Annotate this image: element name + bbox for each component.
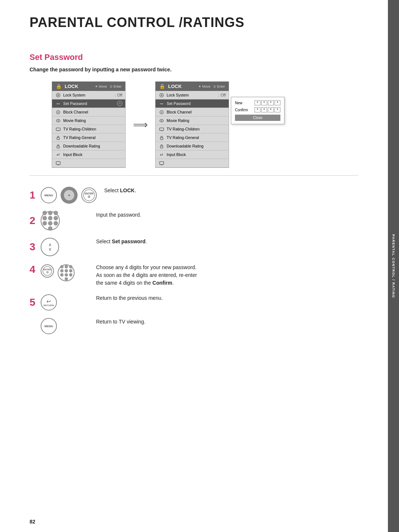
svg-point-19	[161, 120, 162, 121]
step-5-number: 5	[30, 297, 37, 308]
step-4-line2: As soon as the 4 digits are entered, re-…	[96, 271, 358, 279]
tv2-icon-left	[55, 160, 61, 166]
menu-row-movie-rating-r: Movie Rating	[156, 116, 229, 125]
nav-disc-step1[interactable]: ✦	[61, 187, 78, 204]
menu-row-tv-general: TV Rating-General	[52, 133, 125, 142]
new-star-2: *	[261, 100, 267, 105]
menu-row-downloadable: Downloadable Rating	[52, 142, 125, 150]
confirm-star-3: *	[268, 107, 274, 112]
eye2-icon-left	[55, 118, 61, 123]
numpad-dot-4	[42, 216, 47, 220]
confirm-label: Confirm	[235, 108, 252, 112]
step-1-text-suffix: .	[134, 187, 136, 193]
dash-icon-right	[158, 101, 164, 106]
step-4-line3: the same 4 digits on the Confirm.	[96, 279, 358, 287]
svg-rect-7	[56, 128, 60, 131]
numpad-dot-7	[42, 221, 47, 226]
return-label-text: RETURN	[44, 304, 54, 306]
new-star-3: *	[268, 100, 274, 105]
lock-system-value-r: : Off	[218, 93, 226, 97]
side-tab-label: PARENTAL CONTROL / RATING	[392, 234, 395, 298]
block-channel-label: Block Channel	[63, 110, 122, 114]
lock-system-label: Lock System	[63, 93, 113, 97]
main-content: PARENTAL CONTROL /RATINGS Set Password C…	[0, 0, 388, 364]
step-1-buttons: 1 MENU ✦ ENTER ⊙	[30, 187, 97, 204]
menu-row-tv-icon-r	[156, 159, 229, 167]
updown-button-step3[interactable]: ∧ ∨	[41, 238, 59, 256]
numpad-grid	[42, 211, 58, 231]
lock2-icon-right	[158, 135, 164, 140]
numpad-dot-9	[54, 221, 58, 226]
step-5-text: Return to the previous menu.	[96, 294, 358, 302]
close-button[interactable]: Close	[235, 115, 280, 121]
lock-menu-left-header: 🔒 LOCK ✦ Move ⊙ Enter	[52, 82, 125, 91]
settings-icon-left	[55, 109, 61, 115]
step-3-text-prefix: Select	[96, 238, 112, 244]
lock2-icon-left	[55, 135, 61, 140]
svg-rect-25	[161, 165, 163, 165]
menu-row-tv-children: TV Rating-Children	[52, 125, 125, 133]
svg-rect-9	[57, 138, 59, 140]
confirm-star-2: *	[261, 107, 267, 112]
enter-button-step4[interactable]: ENTER ⊙	[41, 264, 54, 278]
eye-icon-right	[158, 92, 164, 98]
step-1-row: 1 MENU ✦ ENTER ⊙	[30, 187, 358, 204]
menu-button-step6[interactable]: MENU	[41, 318, 57, 334]
step-2-row: 2	[30, 211, 358, 230]
menu-row-block-channel: Block Channel	[52, 108, 125, 116]
menu-row-lock-system: Lock System : Off	[52, 91, 125, 99]
new-star-4: *	[274, 100, 280, 105]
menu-row-movie-rating: Movie Rating	[52, 116, 125, 125]
numpad-button-step2[interactable]	[41, 211, 60, 230]
small-enter-inner: ENTER ⊙	[42, 266, 52, 276]
numpad-row-4	[48, 226, 52, 231]
return-icon-right	[158, 152, 164, 157]
svg-point-4	[58, 112, 59, 113]
step-3-text-suffix: .	[146, 238, 147, 244]
step-3-buttons: 3 ∧ ∨	[30, 238, 89, 256]
return2-icon-left	[55, 152, 61, 157]
svg-rect-12	[57, 165, 59, 165]
svg-point-14	[161, 94, 162, 96]
svg-rect-20	[160, 128, 164, 131]
numpad-step2-wrapper	[41, 211, 60, 230]
enter-button-step1[interactable]: ENTER ⊙	[81, 187, 97, 203]
menu-row-set-password-r: Set Password	[156, 99, 229, 108]
menu-row-block-channel-r: Block Channel	[156, 108, 229, 116]
enter-circle-symbol: ⊙	[88, 195, 91, 199]
eye2-icon-right	[158, 118, 164, 123]
menu-button-step1[interactable]: MENU	[41, 187, 57, 203]
input-block-label: Input Block	[63, 152, 122, 157]
lock-system-value: : Off	[115, 93, 122, 97]
tv-icon-left	[55, 126, 61, 132]
lock3-icon-left	[55, 143, 61, 149]
menu-row-tv-children-r: TV Rating-Children	[156, 125, 229, 133]
numpad-dot-5	[48, 216, 52, 220]
page-title: PARENTAL CONTROL /RATINGS	[30, 15, 358, 30]
menu-row-input-block-r: Input Block	[156, 150, 229, 159]
numpad-dot-6b	[69, 269, 72, 272]
svg-rect-23	[160, 146, 163, 148]
tv-children-label: TV Rating-Children	[63, 127, 122, 131]
svg-rect-22	[160, 138, 163, 140]
confirm-stars: * * * *	[255, 107, 280, 112]
svg-point-6	[58, 120, 59, 121]
menu-label-6: MENU	[44, 325, 53, 328]
numpad-dot-1b	[60, 265, 64, 268]
numpad-dot-3b	[69, 265, 72, 268]
return-button-step5[interactable]: ↩ RETURN	[41, 294, 57, 311]
enter-indicator: ⊙	[117, 101, 122, 106]
numpad-button-step4[interactable]	[58, 264, 75, 281]
password-overlay: New * * * * Confirm * * * *	[231, 97, 284, 124]
new-password-row: New * * * *	[235, 100, 280, 105]
numpad-dot-0b	[65, 277, 68, 281]
svg-point-17	[161, 112, 162, 113]
lock-menu-right: 🔒 LOCK ✦ Move ⊙ Enter Lock System : Off	[155, 81, 229, 168]
menu-row-tv-general-r: TV Rating-General	[156, 133, 229, 142]
numpad-dot-6	[54, 216, 58, 220]
movie-rating-label-r: Movie Rating	[167, 118, 226, 123]
lock-menu-left-body: Lock System : Off Set Password ⊙	[52, 91, 125, 167]
tv-icon-right	[158, 126, 164, 132]
step-2-text: Input the password.	[96, 211, 358, 219]
lock-header-icon: 🔒	[56, 84, 62, 89]
